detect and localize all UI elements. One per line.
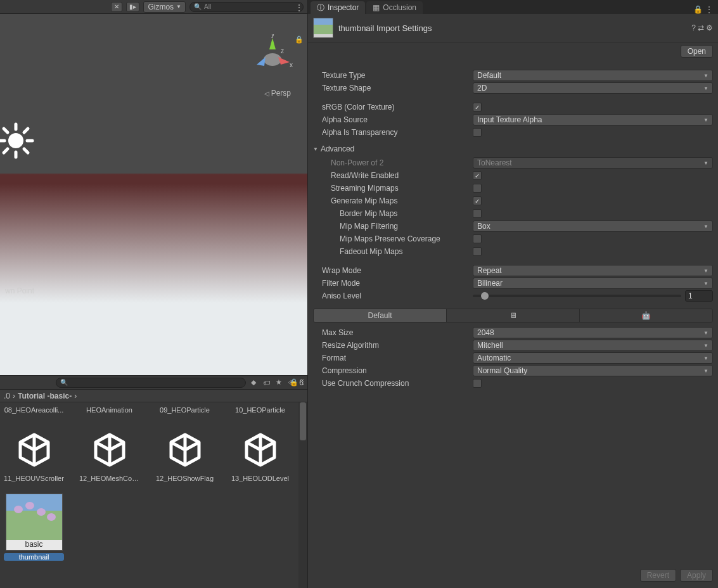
axis-gizmo[interactable]: y x z	[250, 34, 295, 79]
chevron-right-icon: ›	[74, 392, 77, 400]
gizmos-dropdown[interactable]: Gizmos ▼	[143, 1, 186, 13]
preset-icon[interactable]: ⇄	[698, 23, 704, 32]
inspector-body: Texture Type Default▼ Texture Shape 2D▼ …	[308, 63, 718, 563]
alpha-transparency-checkbox[interactable]	[473, 128, 482, 137]
asset-item[interactable]: 08_HEOAreacolli...	[4, 406, 64, 416]
non-power-label: Non-Power of 2	[313, 158, 473, 167]
asset-grid[interactable]: 08_HEOAreacolli... HEOAnimation 09_HEOPa…	[0, 402, 307, 588]
asset-item[interactable]: 10_HEOParticle	[230, 406, 290, 416]
tools-icon[interactable]: ✕	[111, 2, 122, 12]
chevron-right-icon: ›	[13, 392, 15, 400]
streaming-label: Streaming Mipmaps	[313, 184, 473, 193]
format-label: Format	[313, 354, 473, 362]
settings-icon[interactable]: ⚙	[706, 23, 713, 32]
aniso-value-field[interactable]: 1	[685, 290, 713, 302]
camera-icon[interactable]: ▮▸	[126, 2, 139, 12]
svg-point-7	[8, 133, 23, 148]
asset-thumbnail	[313, 18, 333, 38]
texture-shape-dropdown[interactable]: 2D▼	[473, 82, 713, 94]
asset-title: thumbnail Import Settings	[338, 23, 686, 33]
svg-marker-3	[257, 57, 266, 66]
svg-text:y: y	[271, 34, 274, 38]
unity-scene-icon	[163, 428, 207, 472]
compression-dropdown[interactable]: Normal Quality▼	[473, 365, 713, 376]
scene-view: ✕ ▮▸ Gizmos ▼ 🔍 All ⋮ 🔒 y x z	[0, 0, 307, 376]
border-mip-checkbox[interactable]	[473, 209, 482, 218]
open-button[interactable]: Open	[681, 45, 713, 58]
lock-icon[interactable]: 🔒	[693, 5, 703, 14]
texture-type-dropdown[interactable]: Default▼	[473, 70, 713, 81]
unity-scene-icon	[87, 428, 132, 472]
info-icon: ⓘ	[317, 3, 324, 13]
breadcrumb-item[interactable]: .0	[4, 392, 10, 400]
tab-occlusion[interactable]: ▦ Occlusion	[366, 1, 423, 14]
thumbnail-preview	[6, 494, 63, 551]
platform-tab-android[interactable]: 🤖	[580, 309, 712, 322]
svg-line-14	[24, 129, 28, 132]
tab-inspector[interactable]: ⓘ Inspector	[311, 1, 365, 14]
android-icon: 🤖	[641, 311, 651, 320]
fadeout-checkbox[interactable]	[473, 247, 482, 256]
breadcrumb-item[interactable]: Tutorial -basic-	[18, 392, 72, 400]
gizmos-label: Gizmos	[148, 3, 174, 11]
alpha-source-dropdown[interactable]: Input Texture Alpha▼	[473, 114, 713, 125]
compression-label: Compression	[313, 366, 473, 375]
platform-tab-standalone[interactable]: 🖥	[447, 309, 580, 322]
alpha-transparency-label: Alpha Is Transparency	[313, 128, 473, 137]
asset-item[interactable]: 13_HEOLODLevel	[230, 428, 290, 482]
aniso-slider[interactable]	[473, 295, 681, 297]
aniso-label: Aniso Level	[313, 291, 473, 300]
panel-menu-icon[interactable]: ⋮	[298, 378, 308, 388]
svg-line-12	[4, 129, 8, 132]
format-dropdown[interactable]: Automatic▼	[473, 352, 713, 364]
revert-button[interactable]: Revert	[640, 569, 676, 582]
monitor-icon: 🖥	[510, 311, 517, 320]
border-mip-label: Border Mip Maps	[313, 209, 473, 218]
srgb-checkbox[interactable]: ✓	[473, 103, 482, 112]
svg-line-13	[24, 149, 28, 153]
asset-header: thumbnail Import Settings ? ⇄ ⚙	[308, 14, 718, 42]
perspective-label[interactable]: ◁Persp	[264, 89, 291, 98]
unity-scene-icon	[12, 428, 56, 472]
apply-button[interactable]: Apply	[680, 569, 713, 582]
alpha-source-label: Alpha Source	[313, 115, 473, 124]
spawn-point-label: wn Point	[5, 286, 34, 295]
read-write-checkbox[interactable]: ✓	[473, 171, 482, 180]
resize-algo-dropdown[interactable]: Mitchell▼	[473, 340, 713, 351]
wrap-mode-dropdown[interactable]: Repeat▼	[473, 265, 713, 276]
asset-item[interactable]: 12_HEOMeshColli...	[79, 428, 139, 482]
asset-item[interactable]: 11_HEOUVScroller	[4, 428, 64, 482]
filter-type-icon[interactable]: ◆	[248, 378, 259, 388]
streaming-checkbox[interactable]	[473, 184, 482, 193]
lock-icon[interactable]: 🔒	[295, 35, 304, 44]
project-search[interactable]: 🔍	[56, 378, 246, 388]
scrollbar[interactable]	[298, 402, 307, 588]
panel-menu-icon[interactable]: ⋮	[705, 5, 713, 14]
asset-item[interactable]: 09_HEOParticle	[155, 406, 215, 416]
crunch-label: Use Crunch Compression	[313, 379, 473, 388]
panel-menu-icon[interactable]: ⋮	[295, 3, 304, 13]
advanced-foldout[interactable]: ▼ Advanced	[313, 143, 713, 155]
platform-tab-default[interactable]: Default	[314, 309, 447, 322]
svg-marker-2	[278, 57, 290, 65]
favorite-icon[interactable]: ★	[274, 378, 284, 388]
filter-label-icon[interactable]: 🏷	[261, 378, 271, 388]
scene-search[interactable]: 🔍 All	[189, 2, 304, 12]
asset-item[interactable]: 12_HEOShowFlag	[155, 428, 215, 482]
search-icon: 🔍	[194, 3, 202, 10]
crunch-checkbox[interactable]	[473, 379, 482, 388]
search-icon: 🔍	[60, 379, 68, 386]
max-size-dropdown[interactable]: 2048▼	[473, 327, 713, 338]
mip-preserve-checkbox[interactable]	[473, 234, 482, 243]
breadcrumb[interactable]: .0 › Tutorial -basic- ›	[0, 390, 307, 402]
directional-light-icon[interactable]	[0, 122, 35, 160]
generate-mip-checkbox[interactable]: ✓	[473, 196, 482, 205]
help-icon[interactable]: ?	[691, 23, 696, 32]
filter-mode-dropdown[interactable]: Bilinear▼	[473, 278, 713, 289]
texture-shape-label: Texture Shape	[313, 84, 473, 93]
resize-algo-label: Resize Algorithm	[313, 341, 473, 350]
scene-canvas[interactable]: 🔒 y x z ◁Persp	[0, 14, 307, 375]
asset-item[interactable]: HEOAnimation	[79, 406, 139, 416]
asset-item-selected[interactable]: thumbnail	[4, 494, 64, 561]
mip-filter-dropdown[interactable]: Box▼	[473, 220, 713, 232]
